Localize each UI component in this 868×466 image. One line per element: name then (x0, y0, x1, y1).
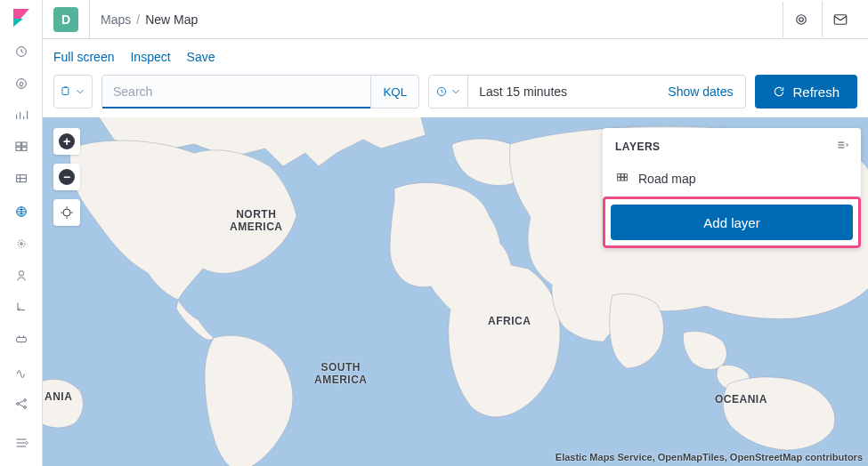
svg-rect-6 (16, 147, 20, 150)
fit-to-data-button[interactable] (53, 199, 80, 226)
svg-rect-5 (21, 142, 26, 146)
layers-panel-title: LAYERS (615, 141, 661, 153)
svg-rect-29 (625, 178, 628, 181)
inspect-link[interactable]: Inspect (130, 50, 170, 64)
svg-rect-26 (625, 174, 628, 177)
nav-visualize-icon[interactable] (0, 100, 43, 132)
zoom-out-button[interactable]: − (53, 164, 80, 190)
date-range-text[interactable]: Last 15 minutes (468, 84, 655, 99)
breadcrumb-separator: / (136, 12, 140, 27)
svg-point-10 (18, 240, 25, 247)
breadcrumb: Maps / New Map (101, 12, 198, 27)
main-content: D Maps / New Map Full screen Inspect Sav… (43, 0, 868, 466)
zoom-in-button[interactable]: + (53, 128, 80, 155)
map-canvas[interactable]: NORTH AMERICA SOUTH AMERICA AFRICA OCEAN… (43, 117, 868, 466)
feedback-button[interactable] (822, 2, 857, 37)
divider (89, 0, 90, 39)
nav-recent-icon[interactable] (0, 36, 43, 68)
svg-rect-24 (618, 174, 621, 177)
nav-discover-icon[interactable] (0, 68, 43, 100)
space-selector[interactable]: D (53, 7, 78, 32)
svg-point-3 (16, 79, 26, 89)
nav-uptime-icon[interactable] (0, 356, 43, 388)
collapse-panel-icon[interactable] (836, 139, 848, 154)
top-header-bar: D Maps / New Map (43, 0, 868, 39)
add-filter-button[interactable] (53, 75, 93, 108)
newsfeed-button[interactable] (783, 2, 818, 37)
nav-maps-icon[interactable] (0, 196, 43, 228)
nav-collapse-icon[interactable] (0, 427, 43, 459)
svg-rect-4 (16, 142, 20, 146)
svg-point-15 (23, 399, 26, 402)
breadcrumb-current: New Map (145, 12, 198, 27)
svg-rect-7 (21, 147, 26, 150)
add-layer-button[interactable]: Add layer (611, 205, 853, 240)
kql-toggle-button[interactable]: KQL (370, 76, 418, 108)
svg-point-17 (796, 14, 806, 24)
svg-rect-25 (621, 174, 624, 177)
search-focus-underline (102, 107, 370, 108)
svg-rect-27 (618, 178, 621, 181)
svg-point-14 (16, 403, 19, 406)
layers-panel-header: LAYERS (603, 128, 861, 165)
svg-marker-1 (13, 19, 23, 27)
svg-rect-13 (16, 337, 26, 341)
layer-item-road-map[interactable]: Road map (603, 165, 861, 197)
search-input[interactable] (102, 76, 370, 108)
svg-point-18 (799, 17, 803, 21)
refresh-button-label: Refresh (792, 84, 840, 100)
search-bar: KQL (101, 75, 419, 108)
nav-canvas-icon[interactable] (0, 164, 43, 196)
svg-point-23 (63, 209, 70, 216)
refresh-button[interactable]: Refresh (755, 75, 857, 108)
save-link[interactable]: Save (187, 50, 215, 64)
svg-point-12 (19, 271, 23, 276)
nav-infra-icon[interactable] (0, 260, 43, 292)
layers-panel: LAYERS Road map Add layer (603, 128, 861, 248)
query-bar: KQL Last 15 minutes Show dates Refresh (43, 75, 868, 117)
grid-icon (615, 172, 629, 186)
layer-item-label: Road map (638, 172, 696, 186)
svg-point-11 (20, 243, 22, 245)
map-toolbar: Full screen Inspect Save (43, 39, 868, 75)
kibana-logo[interactable] (11, 7, 32, 28)
date-picker: Last 15 minutes Show dates (428, 75, 746, 108)
nav-ml-icon[interactable] (0, 228, 43, 260)
breadcrumb-app[interactable]: Maps (101, 12, 131, 27)
date-quick-select[interactable] (429, 76, 468, 108)
full-screen-link[interactable]: Full screen (53, 50, 114, 64)
show-dates-link[interactable]: Show dates (655, 84, 745, 99)
svg-rect-20 (62, 87, 69, 94)
svg-point-16 (23, 406, 26, 409)
svg-rect-28 (621, 178, 624, 181)
zoom-controls: + − (53, 128, 80, 226)
nav-dashboard-icon[interactable] (0, 132, 43, 164)
nav-graph-icon[interactable] (0, 388, 43, 420)
svg-rect-19 (834, 14, 847, 24)
add-layer-highlight: Add layer (603, 197, 861, 248)
nav-logs-icon[interactable] (0, 292, 43, 324)
left-navigation-rail (0, 0, 43, 466)
nav-apm-icon[interactable] (0, 324, 43, 356)
